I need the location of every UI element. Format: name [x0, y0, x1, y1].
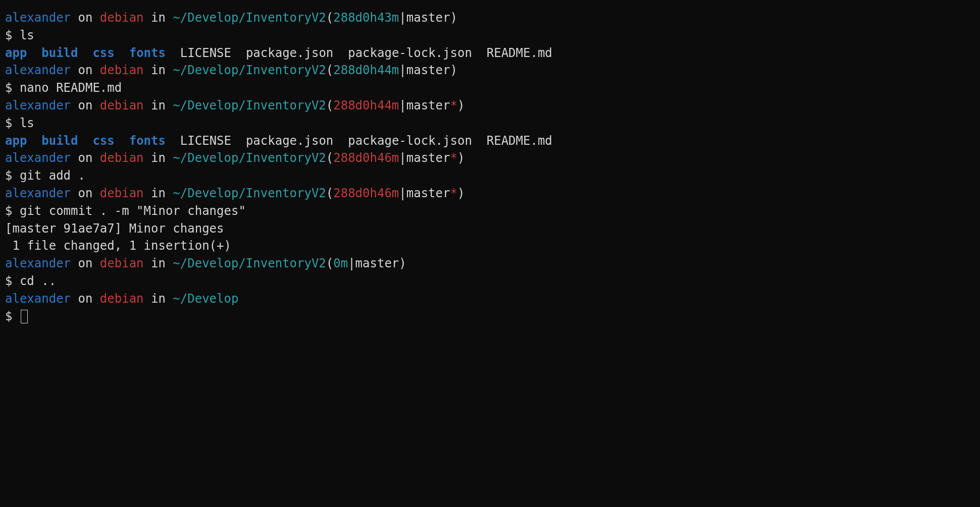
- prompt-in: in: [144, 256, 173, 270]
- pipe: |: [399, 98, 406, 112]
- prompt-path: ~/Develop/InventoryV2: [173, 256, 326, 270]
- prompt-host: debian: [100, 11, 144, 25]
- file-entry: LICENSE: [180, 134, 231, 148]
- dirty-star-icon: *: [450, 186, 457, 200]
- open-paren: (: [326, 98, 333, 112]
- command-line[interactable]: $ git commit . -m "Minor changes": [5, 202, 975, 220]
- close-paren: ): [399, 256, 406, 270]
- prompt-in: in: [144, 98, 173, 112]
- terminal-viewport[interactable]: alexander on debian in ~/Develop/Invento…: [0, 0, 980, 507]
- command-line[interactable]: $ ls: [5, 115, 975, 132]
- prompt-path: ~/Develop/InventoryV2: [173, 98, 326, 112]
- prompt-on: on: [71, 11, 100, 25]
- file-entry: package.json: [246, 46, 333, 60]
- pipe: |: [399, 11, 406, 25]
- command-line[interactable]: $: [5, 308, 975, 325]
- dir-entry: css: [92, 46, 114, 60]
- close-paren: ): [450, 63, 457, 77]
- command-line[interactable]: $ cd ..: [5, 272, 975, 290]
- prompt-symbol: $: [5, 274, 20, 288]
- shell-prompt: alexander on debian in ~/Develop: [5, 290, 975, 308]
- prompt-symbol: $: [5, 168, 20, 183]
- prompt-time: 288d0h43m: [333, 11, 399, 25]
- open-paren: (: [326, 63, 333, 77]
- prompt-path: ~/Develop: [173, 292, 238, 306]
- prompt-host: debian: [100, 151, 144, 165]
- pipe: |: [399, 151, 406, 165]
- prompt-host: debian: [100, 292, 144, 306]
- prompt-time: 288d0h46m: [333, 151, 399, 165]
- prompt-path: ~/Develop/InventoryV2: [173, 151, 326, 165]
- prompt-symbol: $: [5, 204, 20, 218]
- prompt-branch: master: [406, 151, 450, 165]
- prompt-on: on: [71, 98, 100, 112]
- commit-summary: [master 91ae7a7] Minor changes: [5, 220, 975, 238]
- dir-entry: app: [5, 134, 27, 148]
- pipe: |: [399, 63, 406, 77]
- prompt-in: in: [144, 63, 173, 77]
- command-line[interactable]: $ nano README.md: [5, 79, 975, 97]
- dir-entry: css: [92, 134, 114, 148]
- prompt-branch: master: [406, 63, 450, 77]
- command-line[interactable]: $ ls: [5, 27, 975, 44]
- close-paren: ): [450, 11, 457, 25]
- prompt-in: in: [144, 11, 173, 25]
- command-text: ls: [20, 116, 34, 130]
- prompt-user: alexander: [5, 151, 71, 165]
- file-entry: package-lock.json: [348, 46, 472, 60]
- shell-prompt: alexander on debian in ~/Develop/Invento…: [5, 255, 975, 272]
- dir-entry: fonts: [129, 134, 166, 148]
- prompt-user: alexander: [5, 11, 71, 25]
- prompt-time: 288d0h46m: [333, 186, 399, 200]
- prompt-symbol: $: [5, 309, 20, 323]
- prompt-in: in: [144, 151, 173, 165]
- prompt-on: on: [71, 292, 100, 306]
- dir-entry: build: [41, 134, 78, 148]
- prompt-path: ~/Develop/InventoryV2: [173, 11, 326, 25]
- prompt-time: 288d0h44m: [333, 98, 399, 112]
- prompt-path: ~/Develop/InventoryV2: [173, 186, 326, 200]
- prompt-time: 288d0h44m: [333, 63, 399, 77]
- prompt-user: alexander: [5, 98, 71, 112]
- dirty-star-icon: *: [450, 151, 457, 165]
- file-entry: package-lock.json: [348, 134, 472, 148]
- prompt-in: in: [144, 186, 173, 200]
- open-paren: (: [326, 11, 333, 25]
- dirty-star-icon: *: [450, 98, 457, 112]
- shell-prompt: alexander on debian in ~/Develop/Invento…: [5, 149, 975, 167]
- ls-output: app build css fonts LICENSE package.json…: [5, 132, 975, 150]
- prompt-on: on: [71, 256, 100, 270]
- pipe: |: [348, 256, 355, 270]
- ls-output: app build css fonts LICENSE package.json…: [5, 44, 975, 62]
- prompt-on: on: [71, 63, 100, 77]
- command-line[interactable]: $ git add .: [5, 167, 975, 185]
- file-entry: README.md: [487, 46, 552, 60]
- prompt-in: in: [144, 292, 173, 306]
- shell-prompt: alexander on debian in ~/Develop/Invento…: [5, 62, 975, 79]
- prompt-symbol: $: [5, 81, 20, 95]
- close-paren: ): [457, 98, 465, 112]
- prompt-user: alexander: [5, 256, 71, 270]
- prompt-branch: master: [406, 98, 450, 112]
- command-text: git add .: [20, 168, 85, 183]
- command-text: ls: [20, 28, 34, 42]
- command-text: nano README.md: [20, 81, 122, 95]
- prompt-branch: master: [406, 186, 450, 200]
- close-paren: ): [457, 151, 465, 165]
- file-entry: LICENSE: [180, 46, 231, 60]
- commit-stats: 1 file changed, 1 insertion(+): [5, 237, 975, 255]
- prompt-host: debian: [100, 63, 144, 77]
- shell-prompt: alexander on debian in ~/Develop/Invento…: [5, 9, 975, 27]
- prompt-branch: master: [406, 11, 450, 25]
- prompt-branch: master: [355, 256, 399, 270]
- prompt-on: on: [71, 186, 100, 200]
- prompt-symbol: $: [5, 28, 20, 42]
- cursor: [21, 310, 28, 323]
- prompt-host: debian: [100, 256, 144, 270]
- dir-entry: fonts: [129, 46, 166, 60]
- prompt-host: debian: [100, 186, 144, 200]
- close-paren: ): [457, 186, 465, 200]
- prompt-time: 0m: [333, 256, 348, 270]
- open-paren: (: [326, 151, 333, 165]
- command-text: cd ..: [20, 274, 56, 288]
